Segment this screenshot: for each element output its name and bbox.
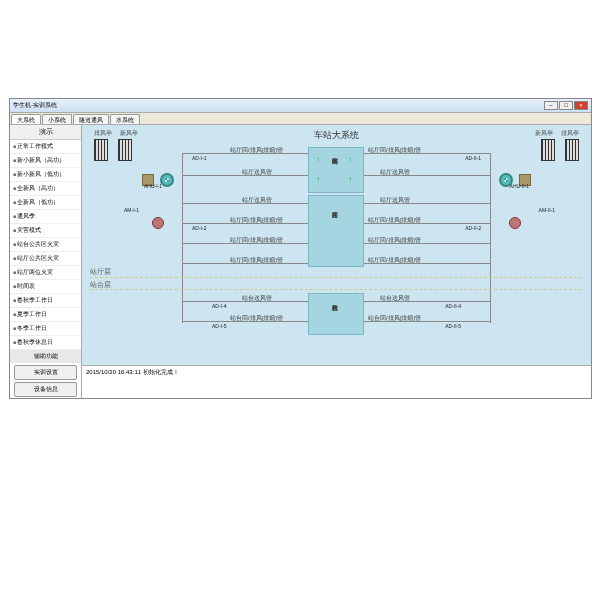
tab-bar: 大系统 小系统 隧道通风 水系统	[10, 113, 591, 125]
sidebar: 演示 正常工作模式 新小新风（高功） 新小新风（低功） 全新风（高功） 全新风（…	[10, 125, 82, 398]
damper-ad-r1: AD-II-1	[465, 155, 481, 161]
fan-exhaust-left[interactable]	[152, 217, 164, 229]
sched-rest[interactable]: 春秋季休息日	[10, 336, 81, 350]
damper-ahu-r: AHU-II-1	[510, 183, 529, 189]
sched-winter[interactable]: 冬季工作日	[10, 322, 81, 336]
tab-water[interactable]: 水系统	[110, 114, 140, 124]
tab-small-system[interactable]: 小系统	[42, 114, 72, 124]
pipe-exhaust-l4: 站厅回/排风(排烟)管	[230, 257, 283, 264]
btn-training[interactable]: 实训设置	[14, 365, 77, 380]
diagram-title: 车站大系统	[314, 129, 359, 142]
pipe-exhaust-r3: 站厅回/排风(排烟)管	[368, 237, 421, 244]
pipe-supply-r1: 站厅送风管	[380, 169, 410, 176]
arrow-icon: ↑	[316, 175, 320, 184]
zone-platform	[308, 293, 364, 335]
mode-disaster[interactable]: 灾害模式	[10, 224, 81, 238]
tab-large-system[interactable]: 大系统	[11, 114, 41, 124]
schedule[interactable]: 时间表	[10, 280, 81, 294]
sched-spring[interactable]: 春秋季工作日	[10, 294, 81, 308]
damper-ad-l2: AD-I-2	[192, 225, 206, 231]
pipe-exhaust-l1: 站厅回/排风(排烟)管	[230, 147, 283, 154]
pipe-exhaust-r2: 站厅回/排风(排烟)管	[368, 217, 421, 224]
mode-hall-fire[interactable]: 站厅公共区火灾	[10, 252, 81, 266]
fan-supply-left[interactable]	[160, 173, 174, 187]
zone-hall	[308, 195, 364, 267]
damper-am-l: AM-I-1	[124, 207, 139, 213]
mode-hall-two-fire[interactable]: 站厅两位火灾	[10, 266, 81, 280]
tab-tunnel[interactable]: 隧道通风	[73, 114, 109, 124]
body: 演示 正常工作模式 新小新风（高功） 新小新风（低功） 全新风（高功） 全新风（…	[10, 125, 591, 398]
damper-ad-l3: AD-I-4	[212, 303, 226, 309]
label-right-exhaust-tower: 排风亭	[561, 129, 579, 138]
pipe-supply-l1: 站厅送风管	[242, 169, 272, 176]
arrow-icon: ↑	[348, 155, 352, 164]
mode-full-fresh-hi[interactable]: 全新风（高功）	[10, 182, 81, 196]
level-hall-label: 站厅层	[90, 267, 111, 277]
vent-tower-3	[541, 139, 555, 161]
vent-tower-4	[565, 139, 579, 161]
pipe-exhaust-r4: 站厅回/排风(排烟)管	[368, 257, 421, 264]
vent-tower-2	[118, 139, 132, 161]
level-divider	[90, 289, 582, 290]
damper-ad-l1: AD-I-1	[192, 155, 206, 161]
pipe-plat-exhaust-r: 站台回/排风(排烟)管	[368, 315, 421, 322]
zone-business	[308, 147, 364, 193]
duct-line	[490, 153, 491, 323]
pipe-plat-supply-l: 站台送风管	[242, 295, 272, 302]
duct-line	[182, 153, 183, 323]
mode-normal[interactable]: 正常工作模式	[10, 140, 81, 154]
main-area: 车站大系统 排风亭 新风亭 新风亭 排风亭 站台商业区 站厅公共区 站台公共区 …	[82, 125, 591, 398]
log-line: 2015/10/20 16:43:11 初始化完成！	[86, 368, 587, 377]
app-window: 学生机-实训系统 – □ × 大系统 小系统 隧道通风 水系统 演示 正常工作模…	[9, 98, 592, 399]
level-platform-label: 站台层	[90, 280, 111, 290]
titlebar: 学生机-实训系统 – □ ×	[10, 99, 591, 113]
log-panel: 2015/10/20 16:43:11 初始化完成！	[82, 366, 591, 398]
mode-full-fresh-lo[interactable]: 全新风（低功）	[10, 196, 81, 210]
maximize-button[interactable]: □	[559, 101, 573, 110]
sidebar-header: 演示	[10, 125, 81, 140]
pipe-supply-r2: 站厅送风管	[380, 197, 410, 204]
label-left-exhaust-tower: 排风亭	[94, 129, 112, 138]
sched-summer[interactable]: 夏季工作日	[10, 308, 81, 322]
pipe-exhaust-r1: 站厅回/排风(排烟)管	[368, 147, 421, 154]
close-button[interactable]: ×	[574, 101, 588, 110]
btn-device-info[interactable]: 设备信息	[14, 382, 77, 397]
damper-ahu-l: AHU-I-1	[144, 183, 162, 189]
mode-small-fresh-lo[interactable]: 新小新风（低功）	[10, 168, 81, 182]
mode-small-fresh-hi[interactable]: 新小新风（高功）	[10, 154, 81, 168]
pipe-plat-supply-r: 站台送风管	[380, 295, 410, 302]
damper-am-r: AM-II-1	[539, 207, 555, 213]
vent-tower-1	[94, 139, 108, 161]
arrow-icon: ↑	[316, 155, 320, 164]
level-divider	[90, 277, 582, 278]
pipe-plat-exhaust-l: 站台回/排风(排烟)管	[230, 315, 283, 322]
damper-ad-r2: AD-II-2	[465, 225, 481, 231]
pipe-exhaust-l3: 站厅回/排风(排烟)管	[230, 237, 283, 244]
minimize-button[interactable]: –	[544, 101, 558, 110]
pipe-exhaust-l2: 站厅回/排风(排烟)管	[230, 217, 283, 224]
diagram-canvas: 车站大系统 排风亭 新风亭 新风亭 排风亭 站台商业区 站厅公共区 站台公共区 …	[82, 125, 591, 366]
window-buttons: – □ ×	[544, 101, 588, 110]
damper-ad-l4: AD-I-5	[212, 323, 226, 329]
window-title: 学生机-实训系统	[13, 101, 57, 110]
mode-platform-fire[interactable]: 站台公共区火灾	[10, 238, 81, 252]
sidebar-group: 辅助功能	[10, 350, 81, 363]
damper-ad-r4: AD-II-5	[445, 323, 461, 329]
arrow-icon: ↑	[348, 175, 352, 184]
pipe-supply-l2: 站厅送风管	[242, 197, 272, 204]
mode-vent-season[interactable]: 通风季	[10, 210, 81, 224]
fan-exhaust-right[interactable]	[509, 217, 521, 229]
damper-ad-r3: AD-II-4	[445, 303, 461, 309]
label-right-fresh-tower: 新风亭	[535, 129, 553, 138]
label-left-fresh-tower: 新风亭	[120, 129, 138, 138]
